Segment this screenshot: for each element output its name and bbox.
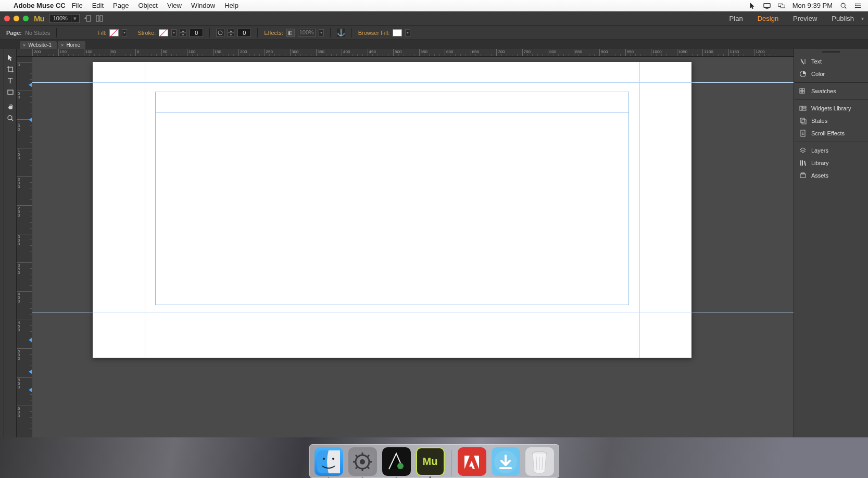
panel-layers[interactable]: Layers [794, 144, 868, 157]
dock-adobe[interactable] [458, 447, 486, 476]
dock: Mu [309, 444, 559, 478]
stroke-swatch[interactable] [159, 29, 168, 36]
corners-icon[interactable] [216, 29, 224, 37]
clock[interactable]: Mon 9:39 PM [792, 2, 833, 9]
close-icon[interactable]: × [61, 43, 64, 48]
selection-tool[interactable] [5, 52, 16, 64]
ruler-vertical[interactable]: 05 01 0 01 5 02 0 02 5 03 0 03 5 04 0 04… [17, 57, 32, 473]
menu-object[interactable]: Object [138, 2, 158, 9]
mode-publish[interactable]: Publish [824, 15, 861, 22]
right-panels: TextColorSwatchesWidgets LibraryStatesSc… [794, 49, 868, 478]
stroke-stepper[interactable]: ▴▾ [180, 29, 186, 37]
menu-window[interactable]: Window [191, 2, 215, 9]
fill-swatch[interactable] [109, 29, 119, 36]
menu-page[interactable]: Page [113, 2, 129, 9]
arrange-icon[interactable] [96, 15, 104, 22]
close-icon[interactable]: × [23, 43, 26, 48]
fill-dropdown[interactable]: ▾ [122, 29, 127, 36]
browserfill-dropdown[interactable]: ▾ [405, 29, 410, 36]
zoom-dropdown[interactable]: 100% ▾ [49, 14, 80, 23]
effects-pct[interactable]: 100% [298, 29, 316, 37]
canvas-area[interactable] [32, 57, 794, 473]
stroke-weight-input[interactable] [190, 29, 203, 37]
svg-point-18 [8, 116, 12, 120]
svg-rect-17 [8, 90, 13, 94]
svg-line-47 [356, 455, 357, 457]
close-window-button[interactable] [4, 16, 10, 21]
ruler-origin[interactable] [17, 49, 32, 57]
new-page-icon[interactable] [84, 15, 92, 22]
zoom-tool[interactable] [5, 112, 16, 124]
cursor-icon[interactable] [749, 2, 756, 10]
stroke-dropdown[interactable]: ▾ [171, 29, 177, 36]
menu-edit[interactable]: Edit [92, 2, 104, 9]
effects-icon[interactable]: ◧ [286, 29, 295, 37]
svg-line-5 [845, 7, 846, 8]
control-bar: Page: No States Fill: ▾ Stroke: ▾ ▴▾ ▴▾ … [0, 25, 868, 40]
panel-scroll-effects[interactable]: Scroll Effects [794, 127, 868, 140]
minimize-window-button[interactable] [14, 16, 19, 21]
svg-point-9 [855, 4, 856, 5]
screens-icon[interactable] [778, 2, 785, 10]
scroll-icon [799, 130, 807, 137]
svg-line-34 [804, 161, 806, 166]
panel-library[interactable]: Library [794, 157, 868, 169]
effects-dropdown[interactable]: ▾ [319, 29, 324, 36]
panel-assets[interactable]: Assets [794, 169, 868, 182]
dock-app-dark[interactable] [382, 447, 411, 476]
dock-adobe-muse[interactable]: Mu [416, 447, 445, 476]
corner-stepper[interactable]: ▴▾ [228, 29, 234, 37]
tool-strip: T [4, 49, 17, 478]
mode-design[interactable]: Design [750, 15, 786, 22]
tab-label: Home [66, 42, 80, 48]
swatches-icon [799, 87, 807, 95]
zoom-value: 100% [53, 15, 68, 21]
svg-point-4 [841, 3, 845, 7]
anchor-icon[interactable]: ⚓ [337, 29, 345, 37]
mode-plan[interactable]: Plan [722, 15, 750, 22]
dock-finder[interactable] [315, 447, 343, 476]
publish-dropdown-icon[interactable]: ▾ [861, 16, 864, 21]
panel-widgets-library[interactable]: Widgets Library [794, 102, 868, 115]
panel-label: Swatches [811, 88, 836, 94]
page-states[interactable]: No States [25, 30, 50, 36]
svg-point-39 [332, 458, 334, 460]
crop-tool[interactable] [5, 64, 16, 75]
panel-swatches[interactable]: Swatches [794, 85, 868, 97]
browserfill-swatch[interactable] [393, 29, 402, 36]
ruler-horizontal[interactable]: 2001501005005010015020025030035040045050… [32, 49, 794, 57]
panel-label: Text [811, 58, 822, 65]
panel-handle[interactable] [794, 50, 868, 53]
app-name[interactable]: Adobe Muse CC [14, 2, 66, 9]
tab-website-1[interactable]: × Website-1 [20, 41, 57, 49]
menu-icon[interactable] [854, 2, 862, 10]
dock-downloads[interactable] [492, 447, 520, 476]
text-tool[interactable]: T [5, 75, 16, 86]
menu-file[interactable]: File [72, 2, 83, 9]
tab-home[interactable]: × Home [58, 41, 85, 49]
dock-system-preferences[interactable] [348, 447, 377, 476]
dock-trash[interactable] [525, 447, 554, 476]
dock-area: Mu [0, 437, 868, 478]
mac-menubar: Adobe Muse CC File Edit Page Object View… [0, 0, 868, 11]
spotlight-icon[interactable] [840, 2, 847, 10]
panel-states[interactable]: States [794, 115, 868, 127]
tab-label: Website-1 [28, 42, 52, 48]
svg-rect-22 [800, 89, 802, 91]
svg-rect-16 [100, 16, 103, 21]
panel-text[interactable]: Text [794, 55, 868, 68]
menu-help[interactable]: Help [224, 2, 238, 9]
corner-radius-input[interactable] [237, 29, 251, 37]
mode-preview[interactable]: Preview [786, 15, 824, 22]
display-icon[interactable] [763, 2, 771, 10]
page-canvas[interactable] [93, 62, 691, 358]
svg-point-38 [323, 458, 325, 460]
hand-tool[interactable] [5, 101, 16, 112]
menu-view[interactable]: View [167, 2, 182, 9]
zoom-window-button[interactable] [23, 16, 29, 21]
content-region[interactable] [155, 92, 629, 305]
panel-color[interactable]: Color [794, 68, 868, 80]
svg-rect-0 [764, 4, 770, 8]
rectangle-tool[interactable] [5, 86, 16, 98]
browserfill-label: Browser Fill: [358, 30, 390, 36]
